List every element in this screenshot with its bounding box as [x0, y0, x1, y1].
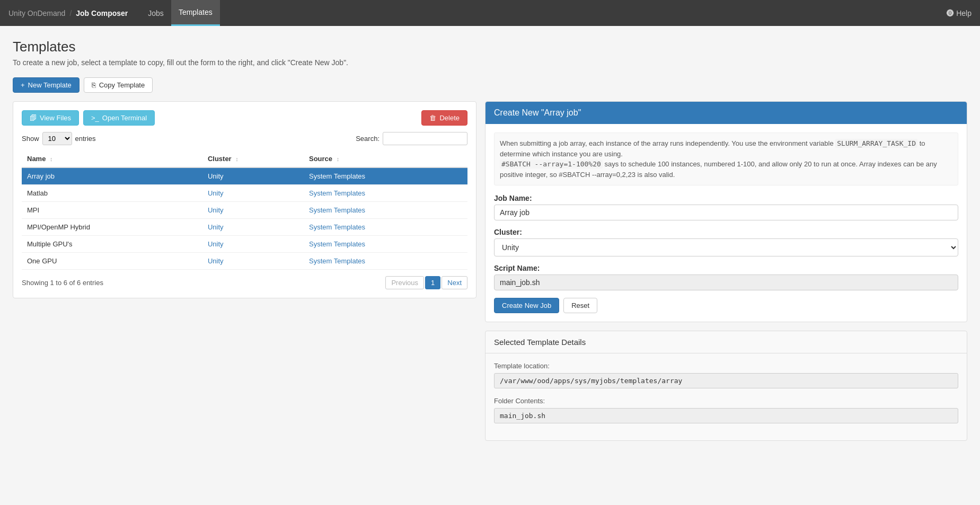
show-label: Show [22, 135, 39, 143]
col-cluster-sort-icon: ↕ [235, 156, 239, 162]
table-actions: 🗐 View Files >_ Open Terminal [22, 110, 155, 126]
create-job-body: When submitting a job array, each instan… [485, 124, 967, 322]
table-head: Name ↕ Cluster ↕ Source ↕ [22, 150, 467, 167]
table-toolbar: 🗐 View Files >_ Open Terminal 🗑 Delete [22, 110, 467, 126]
templates-table: Name ↕ Cluster ↕ Source ↕ [22, 150, 467, 270]
reset-button[interactable]: Reset [563, 298, 597, 313]
table-row[interactable]: Array job Unity System Templates [22, 167, 467, 185]
template-location-value: /var/www/ood/apps/sys/myjobs/templates/a… [494, 373, 958, 388]
entries-select[interactable]: 10 25 50 100 [42, 132, 72, 145]
table-card: 🗐 View Files >_ Open Terminal 🗑 Delete [13, 101, 476, 298]
col-source[interactable]: Source ↕ [304, 150, 467, 167]
open-terminal-label: Open Terminal [102, 114, 147, 122]
cell-name: Multiple GPU's [22, 236, 202, 253]
navbar-link-templates[interactable]: Templates [171, 0, 220, 26]
template-location-section: Template location: /var/www/ood/apps/sys… [494, 362, 958, 388]
col-cluster-label: Cluster [208, 155, 232, 163]
template-details-body: Template location: /var/www/ood/apps/sys… [485, 353, 967, 440]
job-name-input[interactable] [494, 205, 958, 220]
main-layout: 🗐 View Files >_ Open Terminal 🗑 Delete [13, 101, 967, 441]
col-name-label: Name [27, 155, 46, 163]
job-description: When submitting a job array, each instan… [494, 132, 958, 185]
search-area: Search: [356, 132, 467, 145]
navbar-links: Jobs Templates [140, 0, 219, 26]
new-template-label: New Template [28, 81, 72, 89]
cell-cluster: Unity [202, 236, 304, 253]
cell-cluster: Unity [202, 167, 304, 185]
view-files-button[interactable]: 🗐 View Files [22, 110, 79, 126]
table-body: Array job Unity System Templates Matlab … [22, 167, 467, 270]
create-job-card: Create New "Array job" When submitting a… [485, 101, 967, 322]
col-name[interactable]: Name ↕ [22, 150, 202, 167]
cell-name: Matlab [22, 185, 202, 202]
form-actions: Create New Job Reset [494, 298, 958, 313]
copy-icon: ⎘ [92, 81, 96, 89]
right-panel: Create New "Array job" When submitting a… [485, 101, 967, 441]
table-row[interactable]: Multiple GPU's Unity System Templates [22, 236, 467, 253]
page-title: Templates [13, 39, 967, 55]
col-name-sort-icon: ↕ [50, 156, 53, 162]
page-1-button[interactable]: 1 [425, 276, 440, 289]
script-name-group: Script Name: [494, 264, 958, 290]
entries-label: entries [75, 135, 96, 143]
cell-cluster: Unity [202, 253, 304, 270]
script-name-input [494, 274, 958, 290]
folder-contents-value: main_job.sh [494, 408, 958, 423]
page-content: Templates To create a new job, select a … [0, 26, 980, 454]
datatable-bottom: Showing 1 to 6 of 6 entries Previous 1 N… [22, 276, 467, 289]
view-files-label: View Files [40, 114, 71, 122]
cell-cluster: Unity [202, 219, 304, 236]
search-label: Search: [356, 135, 379, 143]
showing-info: Showing 1 to 6 of 6 entries [22, 279, 103, 287]
navbar: Unity OnDemand / Job Composer Jobs Templ… [0, 0, 980, 26]
col-cluster[interactable]: Cluster ↕ [202, 150, 304, 167]
job-name-label: Job Name: [494, 194, 958, 202]
page-subtitle: To create a new job, select a template t… [13, 58, 967, 67]
cell-name: Array job [22, 167, 202, 185]
copy-template-button[interactable]: ⎘ Copy Template [84, 77, 153, 93]
navbar-brand[interactable]: Unity OnDemand [8, 9, 65, 17]
job-name-group: Job Name: [494, 194, 958, 220]
navbar-link-jobs[interactable]: Jobs [140, 0, 171, 26]
template-details-card: Selected Template Details Template locat… [485, 331, 967, 441]
template-details-header: Selected Template Details [485, 331, 967, 353]
table-row[interactable]: One GPU Unity System Templates [22, 253, 467, 270]
table-row[interactable]: Matlab Unity System Templates [22, 185, 467, 202]
cell-cluster: Unity [202, 202, 304, 219]
create-job-header: Create New "Array job" [485, 102, 967, 124]
cluster-group: Cluster: Unity [494, 228, 958, 256]
left-panel: 🗐 View Files >_ Open Terminal 🗑 Delete [13, 101, 476, 298]
table-row[interactable]: MPI Unity System Templates [22, 202, 467, 219]
cell-source: System Templates [304, 236, 467, 253]
delete-button[interactable]: 🗑 Delete [421, 110, 467, 126]
cluster-select[interactable]: Unity [494, 238, 958, 256]
cell-source: System Templates [304, 253, 467, 270]
show-entries: Show 10 25 50 100 entries [22, 132, 96, 145]
open-terminal-button[interactable]: >_ Open Terminal [83, 110, 155, 126]
cell-source: System Templates [304, 202, 467, 219]
page-toolbar: + New Template ⎘ Copy Template [13, 77, 967, 93]
copy-template-label: Copy Template [99, 81, 145, 89]
navbar-help[interactable]: ⓿ Help [947, 9, 972, 17]
trash-icon: 🗑 [429, 114, 436, 122]
navbar-separator: / [69, 9, 72, 17]
search-input[interactable] [383, 132, 467, 145]
cell-source: System Templates [304, 185, 467, 202]
next-button[interactable]: Next [442, 276, 467, 289]
table-row[interactable]: MPI/OpenMP Hybrid Unity System Templates [22, 219, 467, 236]
cell-name: One GPU [22, 253, 202, 270]
new-template-button[interactable]: + New Template [13, 77, 80, 93]
navbar-title: Job Composer [76, 9, 128, 17]
plus-icon: + [21, 81, 25, 89]
folder-contents-label: Folder Contents: [494, 397, 958, 405]
delete-label: Delete [439, 114, 460, 122]
col-source-label: Source [309, 155, 332, 163]
template-location-label: Template location: [494, 362, 958, 370]
previous-button[interactable]: Previous [385, 276, 424, 289]
col-source-sort-icon: ↕ [337, 156, 340, 162]
cell-cluster: Unity [202, 185, 304, 202]
cell-source: System Templates [304, 167, 467, 185]
create-new-job-button[interactable]: Create New Job [494, 298, 559, 313]
cluster-label: Cluster: [494, 228, 958, 236]
file-icon: 🗐 [30, 114, 37, 122]
